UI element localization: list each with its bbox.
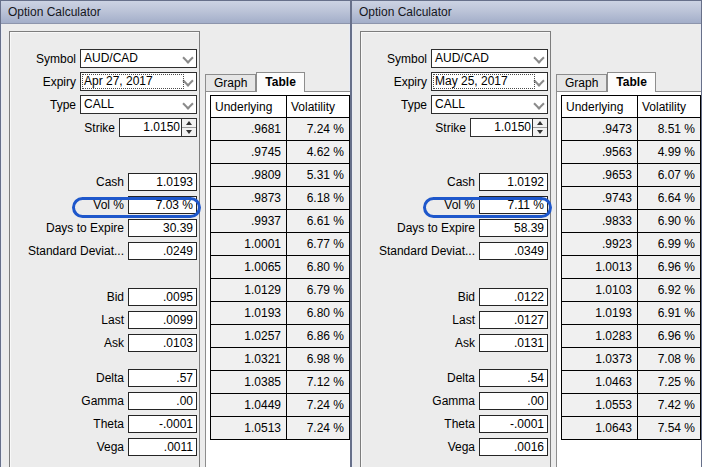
underlying-cell: .9743 bbox=[562, 187, 638, 210]
underlying-cell: 1.0193 bbox=[211, 302, 287, 325]
standard-deviation-field[interactable]: .0349 bbox=[479, 242, 548, 260]
standard-deviation-field[interactable]: .0249 bbox=[128, 242, 197, 260]
underlying-cell: .9937 bbox=[211, 210, 287, 233]
cash-row: Cash 1.0192 bbox=[361, 170, 550, 193]
spin-up-button[interactable] bbox=[182, 119, 196, 127]
volatility-cell: 6.79 % bbox=[287, 279, 350, 302]
symbol-row: Symbol AUD/CAD bbox=[10, 47, 199, 70]
strike-stepper[interactable]: 1.0150 bbox=[470, 118, 548, 137]
underlying-cell: 1.0257 bbox=[211, 325, 287, 348]
delta-label: Delta bbox=[447, 371, 475, 385]
underlying-cell: 1.0065 bbox=[211, 256, 287, 279]
delta-label: Delta bbox=[96, 371, 124, 385]
symbol-dropdown[interactable]: AUD/CAD bbox=[80, 49, 197, 68]
table-row: 1.0103 6.92 % bbox=[562, 279, 701, 302]
expiry-label: Expiry bbox=[43, 75, 76, 89]
ask-field[interactable]: .0131 bbox=[479, 334, 548, 352]
theta-field[interactable]: -.0001 bbox=[479, 415, 548, 433]
tab-graph[interactable]: Graph bbox=[556, 74, 607, 91]
volatility-cell: 6.98 % bbox=[287, 348, 350, 371]
table-row: .9937 6.61 % bbox=[211, 210, 350, 233]
tab-table[interactable]: Table bbox=[607, 72, 655, 92]
vega-field[interactable]: .0016 bbox=[479, 438, 548, 456]
symbol-label: Symbol bbox=[387, 52, 427, 66]
volatility-cell: 6.80 % bbox=[287, 302, 350, 325]
table-row: .9923 6.99 % bbox=[562, 233, 701, 256]
option-calculator-window-left: Option Calculator Symbol AUD/CAD Expiry … bbox=[0, 0, 351, 467]
volatility-cell: 6.99 % bbox=[638, 233, 701, 256]
gamma-row: Gamma .00 bbox=[361, 389, 550, 412]
window-titlebar[interactable]: Option Calculator bbox=[352, 1, 701, 24]
delta-field[interactable]: .57 bbox=[128, 369, 197, 387]
volatility-cell: 6.96 % bbox=[638, 256, 701, 279]
spin-down-button[interactable] bbox=[533, 127, 547, 136]
spin-buttons bbox=[532, 119, 547, 136]
graph-table-tabs: Graph Table bbox=[205, 72, 305, 91]
gamma-field[interactable]: .00 bbox=[479, 392, 548, 410]
type-value: CALL bbox=[84, 97, 114, 111]
underlying-cell: 1.0013 bbox=[562, 256, 638, 279]
type-dropdown[interactable]: CALL bbox=[80, 95, 197, 114]
symbol-dropdown[interactable]: AUD/CAD bbox=[431, 49, 548, 68]
cash-label: Cash bbox=[447, 175, 475, 189]
days-to-expire-field[interactable]: 58.39 bbox=[479, 219, 548, 237]
last-field[interactable]: .0127 bbox=[479, 311, 548, 329]
table-row: 1.0321 6.98 % bbox=[211, 348, 350, 371]
type-label: Type bbox=[401, 98, 427, 112]
option-calculator-window-right: Option Calculator Symbol AUD/CAD Expiry … bbox=[351, 0, 702, 467]
table-row: 1.0373 7.08 % bbox=[562, 348, 701, 371]
expiry-dropdown[interactable]: Apr 27, 2017 bbox=[80, 72, 197, 91]
expiry-row: Expiry Apr 27, 2017 bbox=[10, 70, 199, 93]
type-dropdown[interactable]: CALL bbox=[431, 95, 548, 114]
graph-table-tabs: Graph Table bbox=[556, 72, 656, 91]
volatility-cell: 6.64 % bbox=[638, 187, 701, 210]
last-field[interactable]: .0099 bbox=[128, 311, 197, 329]
window-title: Option Calculator bbox=[8, 5, 101, 19]
underlying-cell: .9873 bbox=[211, 187, 287, 210]
ask-row: Ask .0103 bbox=[10, 331, 199, 354]
spin-up-button[interactable] bbox=[533, 119, 547, 127]
bid-field[interactable]: .0122 bbox=[479, 288, 548, 306]
tab-table[interactable]: Table bbox=[256, 72, 304, 92]
vega-field[interactable]: .0011 bbox=[128, 438, 197, 456]
chevron-down-icon bbox=[182, 98, 193, 109]
type-row: Type CALL bbox=[10, 93, 199, 116]
chevron-down-icon bbox=[182, 52, 193, 63]
underlying-cell: .9745 bbox=[211, 141, 287, 164]
window-titlebar[interactable]: Option Calculator bbox=[1, 1, 350, 24]
volatility-cell: 7.24 % bbox=[287, 394, 350, 417]
standard-deviation-row: Standard Deviat... .0249 bbox=[10, 239, 199, 262]
standard-deviation-label: Standard Deviat... bbox=[28, 244, 124, 258]
underlying-cell: 1.0385 bbox=[211, 371, 287, 394]
table-row: 1.0065 6.80 % bbox=[211, 256, 350, 279]
volatility-cell: 6.77 % bbox=[287, 233, 350, 256]
underlying-cell: 1.0373 bbox=[562, 348, 638, 371]
cash-field[interactable]: 1.0192 bbox=[479, 173, 548, 191]
type-row: Type CALL bbox=[361, 93, 550, 116]
gamma-field[interactable]: .00 bbox=[128, 392, 197, 410]
table-row: .9473 8.51 % bbox=[562, 118, 701, 141]
underlying-cell: .9681 bbox=[211, 118, 287, 141]
underlying-cell: 1.0463 bbox=[562, 371, 638, 394]
symbol-label: Symbol bbox=[36, 52, 76, 66]
strike-stepper[interactable]: 1.0150 bbox=[119, 118, 197, 137]
ask-field[interactable]: .0103 bbox=[128, 334, 197, 352]
days-to-expire-field[interactable]: 30.39 bbox=[128, 219, 197, 237]
window-title: Option Calculator bbox=[359, 5, 452, 19]
theta-field[interactable]: -.0001 bbox=[128, 415, 197, 433]
vega-row: Vega .0011 bbox=[10, 435, 199, 458]
spin-down-button[interactable] bbox=[182, 127, 196, 136]
tab-graph[interactable]: Graph bbox=[205, 74, 256, 91]
bid-field[interactable]: .0095 bbox=[128, 288, 197, 306]
expiry-dropdown[interactable]: May 25, 2017 bbox=[431, 72, 548, 91]
spin-up-icon bbox=[186, 121, 192, 125]
cash-field[interactable]: 1.0193 bbox=[128, 173, 197, 191]
delta-field[interactable]: .54 bbox=[479, 369, 548, 387]
volatility-table: Underlying Volatility .9473 8.51 % .9563… bbox=[561, 95, 701, 440]
table-row: 1.0257 6.86 % bbox=[211, 325, 350, 348]
table-row: 1.0129 6.79 % bbox=[211, 279, 350, 302]
table-row: 1.0193 6.80 % bbox=[211, 302, 350, 325]
gamma-label: Gamma bbox=[81, 394, 124, 408]
vega-label: Vega bbox=[97, 440, 124, 454]
strike-label: Strike bbox=[435, 121, 466, 135]
